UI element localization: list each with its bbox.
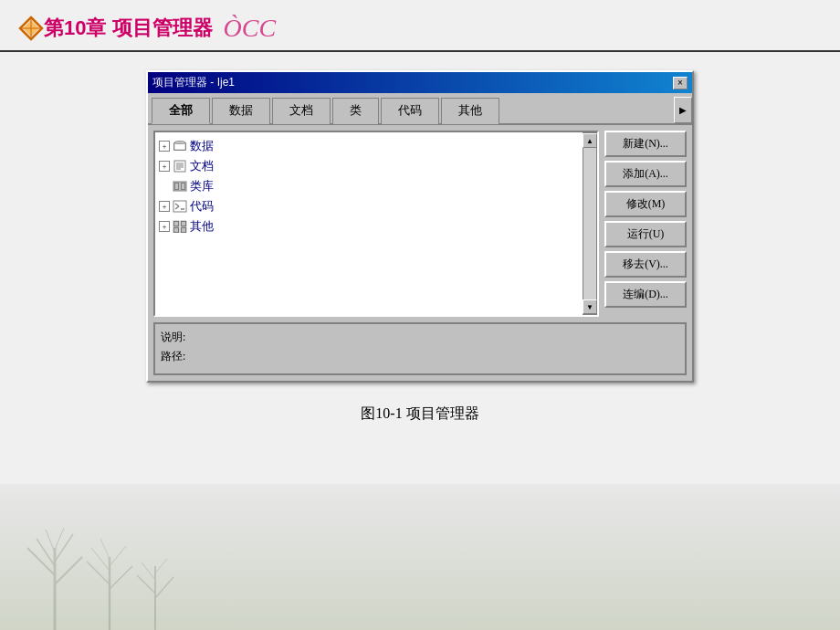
svg-rect-18 bbox=[173, 201, 186, 212]
scroll-track bbox=[583, 148, 596, 299]
svg-line-39 bbox=[110, 566, 132, 589]
expand-other[interactable]: + bbox=[159, 221, 170, 232]
add-button[interactable]: 添加(A)... bbox=[604, 161, 687, 187]
other-icon bbox=[173, 220, 187, 233]
svg-line-44 bbox=[137, 575, 155, 593]
remove-button[interactable]: 移去(V)... bbox=[604, 251, 687, 278]
tree-item-data[interactable]: + 数据 bbox=[159, 136, 579, 156]
svg-rect-28 bbox=[174, 228, 178, 232]
modify-button[interactable]: 修改(M) bbox=[604, 191, 687, 217]
svg-line-32 bbox=[55, 557, 82, 584]
svg-rect-27 bbox=[182, 222, 185, 226]
svg-line-31 bbox=[27, 548, 55, 575]
svg-rect-29 bbox=[182, 228, 185, 232]
svg-line-35 bbox=[46, 530, 55, 552]
expand-code[interactable]: + bbox=[159, 201, 170, 212]
svg-line-38 bbox=[87, 562, 110, 584]
tree-label-doc: 文档 bbox=[190, 158, 214, 174]
svg-line-41 bbox=[110, 546, 126, 566]
tab-doc[interactable]: 文档 bbox=[272, 98, 331, 124]
page-subtitle: ÒCC bbox=[224, 14, 277, 43]
tree-decoration bbox=[0, 493, 274, 630]
tree-item-other[interactable]: + bbox=[159, 216, 579, 236]
tab-all[interactable]: 全部 bbox=[152, 98, 210, 124]
project-manager-dialog: 项目管理器 - Ije1 × 全部 数据 文档 类 代码 其他 ▶ bbox=[146, 70, 694, 383]
diamond-icon bbox=[18, 16, 44, 41]
tab-code[interactable]: 代码 bbox=[381, 98, 439, 124]
tree-scrollbar[interactable]: ▲ ▼ bbox=[583, 132, 597, 315]
svg-rect-5 bbox=[174, 143, 185, 150]
svg-rect-17 bbox=[182, 184, 184, 189]
button-panel: 新建(N)... 添加(A)... 修改(M) 运行(U) 移去(V)... 连… bbox=[604, 131, 687, 317]
tree-label-code: 代码 bbox=[190, 198, 214, 215]
tabbar: 全部 数据 文档 类 代码 其他 ▶ bbox=[148, 93, 692, 125]
svg-line-45 bbox=[155, 577, 173, 598]
svg-line-47 bbox=[155, 559, 167, 573]
data-icon bbox=[173, 140, 187, 152]
svg-line-42 bbox=[100, 539, 110, 559]
tree-label-lib: 类库 bbox=[190, 178, 214, 194]
build-button[interactable]: 连编(D)... bbox=[604, 281, 687, 308]
tree-panel: + 数据 bbox=[155, 132, 583, 315]
svg-point-7 bbox=[175, 142, 184, 144]
page-title: 第10章 项目管理器 bbox=[44, 15, 213, 42]
desc-lu-line: 路径: bbox=[161, 349, 679, 364]
expand-data[interactable]: + bbox=[159, 141, 170, 152]
close-button[interactable]: × bbox=[673, 77, 688, 89]
tree-item-doc[interactable]: + 文档 bbox=[159, 156, 579, 176]
svg-line-40 bbox=[91, 548, 110, 571]
tab-other[interactable]: 其他 bbox=[441, 98, 499, 124]
new-button[interactable]: 新建(N)... bbox=[604, 131, 687, 157]
dialog-wrapper: 项目管理器 - Ije1 × 全部 数据 文档 类 代码 其他 ▶ bbox=[0, 70, 840, 383]
tab-scroll-button[interactable]: ▶ bbox=[674, 97, 692, 123]
doc-icon bbox=[173, 160, 187, 173]
desc-shuo-line: 说明: bbox=[161, 330, 679, 345]
svg-rect-8 bbox=[174, 161, 185, 172]
main-content: + 数据 bbox=[148, 125, 692, 322]
tab-class[interactable]: 类 bbox=[332, 98, 379, 124]
figure-caption: 图10-1 项目管理器 bbox=[0, 404, 840, 424]
lib-icon bbox=[173, 180, 187, 193]
desc-lu-label: 路径: bbox=[161, 350, 185, 362]
svg-line-33 bbox=[37, 539, 55, 566]
titlebar: 项目管理器 - Ije1 × bbox=[148, 72, 692, 93]
svg-line-36 bbox=[55, 528, 64, 550]
titlebar-text: 项目管理器 - Ije1 bbox=[152, 75, 235, 90]
scroll-down-button[interactable]: ▼ bbox=[583, 299, 597, 314]
svg-rect-16 bbox=[175, 184, 178, 189]
scroll-up-button[interactable]: ▲ bbox=[583, 133, 597, 148]
code-icon bbox=[173, 200, 187, 213]
svg-rect-26 bbox=[174, 222, 178, 226]
tree-item-lib[interactable]: 类库 bbox=[159, 176, 579, 196]
run-button[interactable]: 运行(U) bbox=[604, 221, 687, 247]
tree-label-other: 其他 bbox=[190, 218, 214, 235]
expand-doc[interactable]: + bbox=[159, 161, 170, 172]
tab-data[interactable]: 数据 bbox=[212, 98, 270, 124]
page-header: 第10章 项目管理器 ÒCC bbox=[0, 0, 840, 52]
description-panel: 说明: 路径: bbox=[153, 322, 687, 375]
tree-item-code[interactable]: + 代码 bbox=[159, 196, 579, 216]
svg-line-46 bbox=[142, 562, 155, 580]
desc-shuo-label: 说明: bbox=[161, 331, 185, 343]
svg-line-34 bbox=[55, 534, 73, 562]
tree-label-data: 数据 bbox=[190, 138, 214, 154]
